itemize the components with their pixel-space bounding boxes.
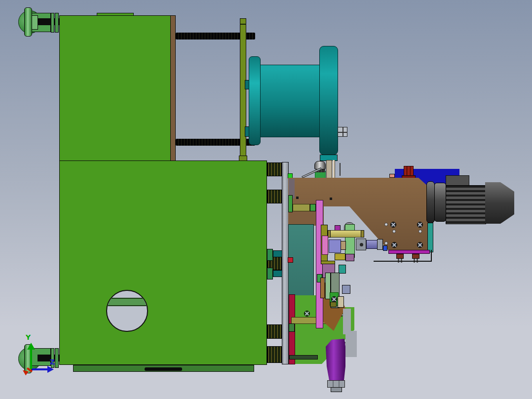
spring-4[interactable] <box>267 324 282 339</box>
frame-bore-hole[interactable] <box>106 290 148 332</box>
blue-chip[interactable] <box>383 245 387 251</box>
green-strip-vertical[interactable] <box>288 195 293 212</box>
fixture-cross-v <box>342 127 343 137</box>
green-chip-bar-end[interactable] <box>310 204 316 211</box>
arm-screw-3[interactable] <box>391 242 397 248</box>
edge-line-v <box>431 250 432 262</box>
bracket-bolt-1[interactable] <box>304 311 310 317</box>
bracket-dark-band <box>289 355 318 359</box>
spring-5[interactable] <box>267 346 282 363</box>
triad-z-label: Z <box>50 359 55 365</box>
drum-left-flange[interactable] <box>249 56 261 145</box>
cylinder-nut-small[interactable] <box>331 387 342 392</box>
triad-y-label: Y <box>26 334 31 341</box>
triad-z-axis[interactable] <box>32 368 48 370</box>
arm-screw-1[interactable] <box>390 222 396 228</box>
motor-coupling-ring-2[interactable] <box>434 183 446 222</box>
slide-plate[interactable] <box>282 162 289 364</box>
arm-hole-1 <box>384 223 388 226</box>
piston-rod[interactable] <box>366 240 378 249</box>
foot-top-strip-1[interactable] <box>51 13 54 33</box>
mount-plate-foot[interactable] <box>239 156 247 161</box>
arm-screw-2[interactable] <box>417 222 423 228</box>
cad-viewport: Y Z <box>0 0 532 399</box>
arm-dark-square-1 <box>296 197 299 199</box>
cylinder-body[interactable] <box>326 339 345 381</box>
dark-green-chip[interactable] <box>289 323 295 332</box>
base-frame-column[interactable] <box>59 15 171 161</box>
mount-plate[interactable] <box>240 18 246 160</box>
salmon-tab[interactable] <box>389 174 395 178</box>
teal-square[interactable] <box>339 265 346 274</box>
green-chip-top[interactable] <box>288 173 293 178</box>
motor-coupling-ring-1[interactable] <box>426 181 435 223</box>
clamp-foot-2[interactable] <box>412 254 419 259</box>
mount-plate-seam <box>240 24 246 25</box>
arm-hole-4 <box>384 241 388 245</box>
motor-end-cap[interactable] <box>485 182 514 224</box>
guide-peg-block-2[interactable] <box>267 268 273 279</box>
teal-strip[interactable] <box>427 223 433 252</box>
foot-top-disc[interactable] <box>24 7 32 37</box>
olive-chip-small[interactable] <box>330 302 337 307</box>
drum-shaft[interactable] <box>326 160 332 179</box>
spring-2[interactable] <box>267 190 282 203</box>
drum-shaft-edge <box>333 160 335 179</box>
clevis-hole <box>360 243 363 246</box>
frame-side-face[interactable] <box>170 15 176 161</box>
bore-key-band <box>106 298 148 306</box>
frame-base-slot <box>145 367 182 371</box>
clevis-block[interactable] <box>356 239 366 250</box>
piston-nut[interactable] <box>377 239 383 250</box>
cap-screw-stem[interactable] <box>404 166 414 176</box>
red-chip[interactable] <box>288 257 293 263</box>
yellow-pin-end-right <box>361 230 364 238</box>
mustard-chip[interactable] <box>335 253 345 260</box>
beige-cylinder[interactable] <box>338 296 344 308</box>
arm-dark-square-2 <box>330 198 332 200</box>
motor-finned-body[interactable] <box>446 185 486 224</box>
arm-screw-4[interactable] <box>417 242 423 248</box>
arm-hole-3 <box>418 230 422 233</box>
guide-peg-block-1[interactable] <box>267 249 273 261</box>
blue-gray-chip[interactable] <box>342 285 350 294</box>
spring-1[interactable] <box>267 162 282 176</box>
tan-strip[interactable] <box>320 278 325 298</box>
magenta-bar[interactable] <box>388 250 430 254</box>
shaft-line <box>340 163 341 176</box>
tan-chip[interactable] <box>341 241 346 250</box>
guide-peg-2[interactable] <box>273 270 282 277</box>
pink-strip[interactable] <box>322 236 328 255</box>
foot-bottom-strip-2[interactable] <box>55 348 59 368</box>
plum-chip-right[interactable] <box>345 254 354 261</box>
base-frame-body[interactable] <box>59 160 267 365</box>
yellow-pin[interactable] <box>328 230 364 238</box>
triad-z-arrowhead[interactable] <box>47 366 54 373</box>
drum-right-flange[interactable] <box>319 46 338 155</box>
clevis-green-column[interactable] <box>345 224 355 258</box>
foot-top-strip-2[interactable] <box>55 13 59 33</box>
lavender-block[interactable] <box>329 239 341 253</box>
arm-hole-2 <box>392 230 396 233</box>
triad-y-axis[interactable] <box>30 349 32 369</box>
cable-drum-body[interactable] <box>260 65 320 137</box>
edge-line-h <box>374 261 432 262</box>
drum-sensor-fixture[interactable] <box>338 127 347 137</box>
clamp-foot-1[interactable] <box>396 254 404 259</box>
triad-y-arrowhead[interactable] <box>27 343 35 350</box>
cylinder-nut-large[interactable] <box>327 380 345 388</box>
guide-peg-1[interactable] <box>273 250 282 257</box>
olive-bar-upper[interactable] <box>293 204 310 211</box>
